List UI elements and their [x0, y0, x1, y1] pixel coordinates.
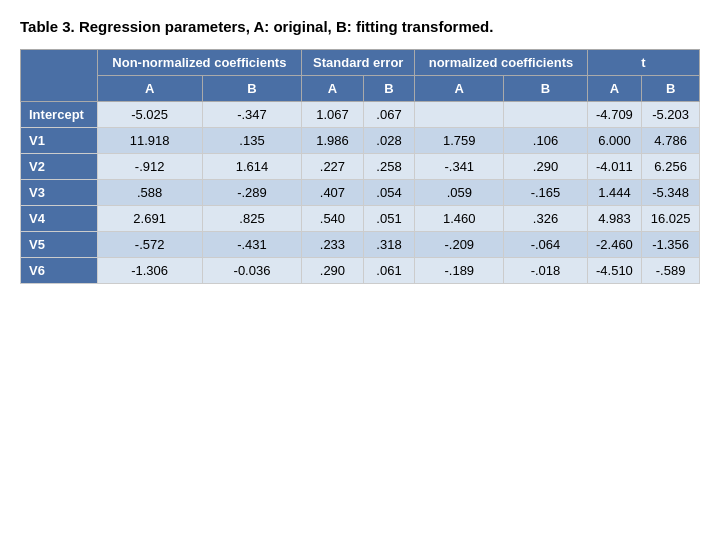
row-label: V5 [21, 232, 98, 258]
cell-r6-c5: -.018 [504, 258, 587, 284]
cell-r6-c1: -0.036 [202, 258, 301, 284]
cell-r6-c7: -.589 [642, 258, 700, 284]
empty-header [21, 50, 98, 102]
row-label: V1 [21, 128, 98, 154]
cell-r1-c1: .135 [202, 128, 301, 154]
cell-r4-c0: 2.691 [97, 206, 202, 232]
sub-header-7: B [642, 76, 700, 102]
cell-r5-c6: -2.460 [587, 232, 642, 258]
table-row: V2-.9121.614.227.258-.341.290-4.0116.256 [21, 154, 700, 180]
cell-r2-c3: .258 [363, 154, 415, 180]
row-label: V4 [21, 206, 98, 232]
cell-r4-c1: .825 [202, 206, 301, 232]
cell-r1-c3: .028 [363, 128, 415, 154]
cell-r2-c5: .290 [504, 154, 587, 180]
cell-r5-c2: .233 [302, 232, 363, 258]
cell-r5-c1: -.431 [202, 232, 301, 258]
row-label: V3 [21, 180, 98, 206]
cell-r4-c7: 16.025 [642, 206, 700, 232]
cell-r0-c3: .067 [363, 102, 415, 128]
cell-r5-c3: .318 [363, 232, 415, 258]
row-label: V6 [21, 258, 98, 284]
cell-r5-c5: -.064 [504, 232, 587, 258]
cell-r2-c1: 1.614 [202, 154, 301, 180]
column-group-0: Non-normalized coefficients [97, 50, 302, 76]
cell-r3-c2: .407 [302, 180, 363, 206]
sub-header-4: A [415, 76, 504, 102]
cell-r0-c7: -5.203 [642, 102, 700, 128]
cell-r4-c3: .051 [363, 206, 415, 232]
cell-r2-c4: -.341 [415, 154, 504, 180]
cell-r6-c3: .061 [363, 258, 415, 284]
cell-r4-c4: 1.460 [415, 206, 504, 232]
cell-r1-c0: 11.918 [97, 128, 202, 154]
cell-r0-c5 [504, 102, 587, 128]
cell-r2-c6: -4.011 [587, 154, 642, 180]
cell-r2-c7: 6.256 [642, 154, 700, 180]
table-row: V5-.572-.431.233.318-.209-.064-2.460-1.3… [21, 232, 700, 258]
cell-r3-c5: -.165 [504, 180, 587, 206]
cell-r6-c0: -1.306 [97, 258, 202, 284]
sub-header-0: A [97, 76, 202, 102]
cell-r5-c0: -.572 [97, 232, 202, 258]
sub-header-5: B [504, 76, 587, 102]
cell-r0-c0: -5.025 [97, 102, 202, 128]
cell-r3-c6: 1.444 [587, 180, 642, 206]
cell-r4-c5: .326 [504, 206, 587, 232]
cell-r3-c4: .059 [415, 180, 504, 206]
table-row: Intercept-5.025-.3471.067.067-4.709-5.20… [21, 102, 700, 128]
cell-r6-c6: -4.510 [587, 258, 642, 284]
cell-r5-c7: -1.356 [642, 232, 700, 258]
cell-r6-c4: -.189 [415, 258, 504, 284]
cell-r1-c7: 4.786 [642, 128, 700, 154]
cell-r5-c4: -.209 [415, 232, 504, 258]
sub-header-2: A [302, 76, 363, 102]
column-group-1: Standard error [302, 50, 415, 76]
cell-r2-c2: .227 [302, 154, 363, 180]
cell-r6-c2: .290 [302, 258, 363, 284]
sub-header-1: B [202, 76, 301, 102]
sub-header-3: B [363, 76, 415, 102]
cell-r1-c4: 1.759 [415, 128, 504, 154]
cell-r4-c6: 4.983 [587, 206, 642, 232]
cell-r0-c4 [415, 102, 504, 128]
row-label: V2 [21, 154, 98, 180]
cell-r0-c6: -4.709 [587, 102, 642, 128]
cell-r0-c1: -.347 [202, 102, 301, 128]
cell-r0-c2: 1.067 [302, 102, 363, 128]
regression-table: Non-normalized coefficientsStandard erro… [20, 49, 700, 284]
cell-r4-c2: .540 [302, 206, 363, 232]
cell-r3-c1: -.289 [202, 180, 301, 206]
cell-r1-c2: 1.986 [302, 128, 363, 154]
row-label: Intercept [21, 102, 98, 128]
table-row: V111.918.1351.986.0281.759.1066.0004.786 [21, 128, 700, 154]
table-row: V42.691.825.540.0511.460.3264.98316.025 [21, 206, 700, 232]
column-group-3: t [587, 50, 699, 76]
cell-r3-c0: .588 [97, 180, 202, 206]
table-row: V6-1.306-0.036.290.061-.189-.018-4.510-.… [21, 258, 700, 284]
cell-r2-c0: -.912 [97, 154, 202, 180]
table-row: V3.588-.289.407.054.059-.1651.444-5.348 [21, 180, 700, 206]
cell-r3-c7: -5.348 [642, 180, 700, 206]
page-title: Table 3. Regression parameters, A: origi… [20, 18, 700, 35]
cell-r3-c3: .054 [363, 180, 415, 206]
cell-r1-c5: .106 [504, 128, 587, 154]
column-group-2: normalized coefficients [415, 50, 587, 76]
sub-header-6: A [587, 76, 642, 102]
cell-r1-c6: 6.000 [587, 128, 642, 154]
